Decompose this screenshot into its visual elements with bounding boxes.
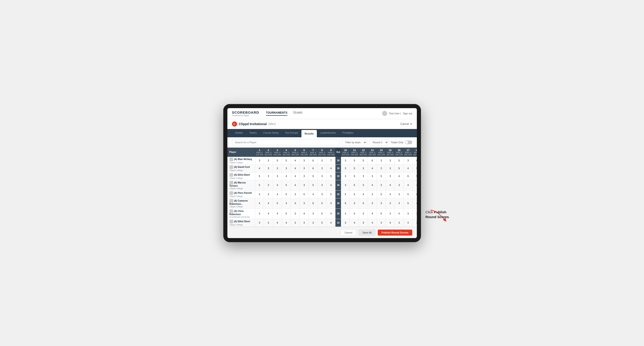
score-in-10[interactable] [341, 172, 350, 180]
score-input[interactable] [266, 184, 271, 186]
score-input[interactable] [284, 202, 289, 204]
score-in-12[interactable] [359, 172, 368, 180]
score-in-13[interactable] [368, 190, 377, 198]
score-out-5[interactable] [291, 172, 300, 180]
score-input[interactable] [266, 193, 271, 196]
score-input[interactable] [319, 202, 325, 204]
score-out-3[interactable] [273, 172, 282, 180]
tab-leaderboards[interactable]: Leaderboards [317, 129, 339, 137]
score-in-17[interactable] [404, 219, 412, 227]
score-input[interactable] [370, 222, 375, 224]
score-input[interactable] [370, 212, 375, 215]
score-in-12[interactable] [359, 165, 368, 172]
score-input[interactable] [319, 167, 325, 170]
score-input[interactable] [302, 175, 307, 177]
score-in-10[interactable] [341, 198, 350, 208]
score-in-18[interactable] [412, 219, 416, 227]
score-input[interactable] [414, 167, 417, 170]
score-input[interactable] [388, 159, 393, 162]
score-input[interactable] [256, 167, 262, 170]
score-input[interactable] [414, 184, 417, 186]
score-input[interactable] [388, 167, 393, 170]
score-out-1[interactable] [255, 172, 264, 180]
score-in-10[interactable] [341, 180, 350, 190]
score-out-6[interactable] [300, 190, 308, 198]
score-out-6[interactable] [300, 180, 308, 190]
score-in-12[interactable] [359, 190, 368, 198]
score-input[interactable] [266, 159, 271, 162]
score-out-6[interactable] [300, 198, 308, 208]
score-input[interactable] [284, 222, 289, 224]
score-input[interactable] [414, 202, 417, 204]
score-input[interactable] [328, 167, 334, 170]
score-in-13[interactable] [368, 157, 377, 165]
score-input[interactable] [414, 212, 417, 215]
score-out-5[interactable] [291, 165, 300, 172]
score-out-3[interactable] [273, 157, 282, 165]
score-in-11[interactable] [350, 180, 359, 190]
score-input[interactable] [370, 202, 375, 204]
score-input[interactable] [388, 184, 393, 186]
score-out-2[interactable] [264, 180, 273, 190]
score-input[interactable] [352, 159, 357, 162]
score-out-6[interactable] [300, 208, 308, 219]
score-input[interactable] [360, 222, 366, 224]
score-out-7[interactable] [308, 172, 318, 180]
score-out-2[interactable] [264, 208, 273, 219]
score-input[interactable] [328, 193, 334, 196]
score-input[interactable] [284, 193, 289, 196]
score-in-17[interactable] [404, 172, 412, 180]
score-input[interactable] [266, 202, 271, 204]
score-input[interactable] [284, 175, 289, 177]
score-out-7[interactable] [308, 198, 318, 208]
search-input[interactable] [232, 139, 340, 145]
score-in-17[interactable] [404, 198, 412, 208]
score-input[interactable] [292, 159, 298, 162]
score-input[interactable] [370, 184, 375, 186]
score-input[interactable] [414, 222, 417, 224]
score-in-18[interactable] [412, 180, 416, 190]
score-input[interactable] [284, 212, 289, 215]
score-out-4[interactable] [282, 172, 291, 180]
score-out-9[interactable] [326, 157, 336, 165]
score-out-4[interactable] [282, 219, 291, 227]
score-input[interactable] [360, 159, 366, 162]
score-out-2[interactable] [264, 157, 273, 165]
score-input[interactable] [292, 175, 298, 177]
score-out-7[interactable] [308, 180, 318, 190]
score-input[interactable] [266, 175, 271, 177]
score-out-7[interactable] [308, 219, 318, 227]
score-out-3[interactable] [273, 165, 282, 172]
tab-details[interactable]: Details [232, 129, 246, 137]
score-in-13[interactable] [368, 198, 377, 208]
score-out-3[interactable] [273, 219, 282, 227]
score-input[interactable] [319, 212, 325, 215]
score-input[interactable] [414, 193, 417, 196]
score-input[interactable] [388, 193, 393, 196]
score-in-16[interactable] [394, 198, 404, 208]
score-input[interactable] [378, 202, 384, 204]
score-input[interactable] [266, 222, 271, 224]
score-input[interactable] [274, 193, 280, 196]
score-input[interactable] [319, 159, 325, 162]
score-input[interactable] [405, 193, 411, 196]
score-in-17[interactable] [404, 208, 412, 219]
score-out-2[interactable] [264, 219, 273, 227]
score-out-6[interactable] [300, 165, 308, 172]
score-input[interactable] [388, 202, 393, 204]
score-in-14[interactable] [377, 219, 386, 227]
score-input[interactable] [310, 167, 316, 170]
score-out-2[interactable] [264, 172, 273, 180]
score-out-5[interactable] [291, 198, 300, 208]
score-input[interactable] [414, 175, 417, 177]
score-out-8[interactable] [318, 172, 326, 180]
score-input[interactable] [343, 167, 348, 170]
score-input[interactable] [370, 193, 375, 196]
score-input[interactable] [292, 212, 298, 215]
score-input[interactable] [274, 175, 280, 177]
score-in-17[interactable] [404, 157, 412, 165]
score-input[interactable] [256, 222, 262, 224]
score-input[interactable] [319, 184, 325, 186]
score-input[interactable] [396, 202, 402, 204]
score-input[interactable] [396, 222, 402, 224]
